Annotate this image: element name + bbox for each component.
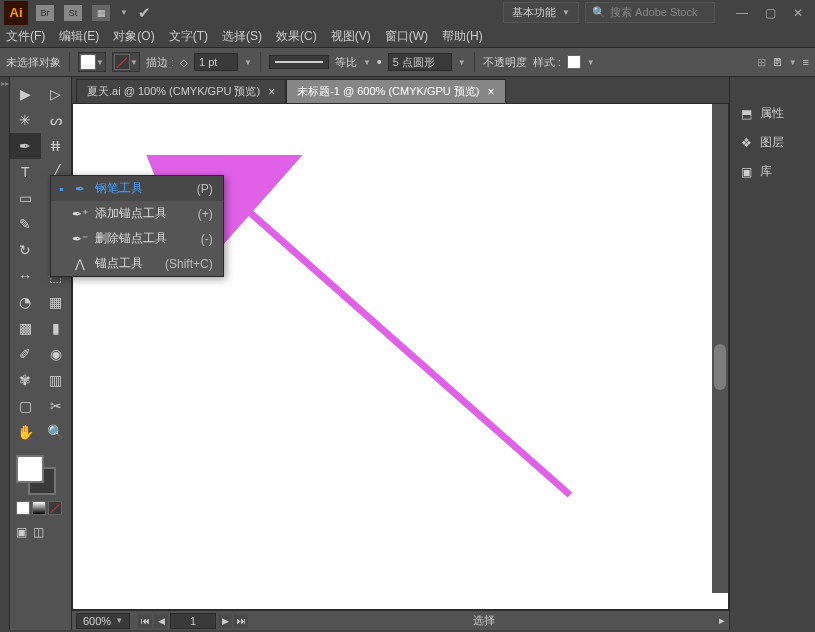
shaper-tool[interactable]: ✎ (10, 211, 41, 237)
status-mode: 选择 (256, 613, 711, 628)
stroke-profile[interactable] (269, 55, 329, 69)
flyout-pen[interactable]: ▪ ✒ 钢笔工具 (P) (51, 176, 223, 201)
workspace-switcher[interactable]: 基本功能 ▼ (503, 2, 579, 23)
chevron-down-icon[interactable]: ▼ (363, 58, 371, 67)
width-tool[interactable]: ↔ (10, 263, 41, 289)
document-tab-0[interactable]: 夏天.ai @ 100% (CMYK/GPU 预览) × (76, 79, 286, 103)
panel-menu-icon[interactable]: ≡ (803, 56, 809, 68)
chevron-down-icon[interactable]: ▼ (244, 58, 252, 67)
gradient-tool[interactable]: ▮ (41, 315, 72, 341)
panel-libraries[interactable]: ▣ 库 (730, 157, 815, 186)
menu-window[interactable]: 窗口(W) (385, 28, 428, 45)
chevron-down-icon: ▼ (562, 8, 570, 17)
symbol-sprayer-tool[interactable]: ✾ (10, 367, 41, 393)
opacity-label[interactable]: 不透明度 (483, 55, 527, 70)
right-panel: ⬒ 属性 ❖ 图层 ▣ 库 (729, 77, 815, 630)
stock-icon[interactable]: St (64, 5, 82, 21)
stroke-weight-input[interactable]: 1 pt (194, 53, 238, 71)
zoom-input[interactable]: 600%▼ (76, 613, 130, 629)
hand-tool[interactable]: ✋ (10, 419, 41, 445)
chevron-down-icon[interactable]: ▼ (458, 58, 466, 67)
close-icon[interactable]: × (268, 85, 275, 99)
minimize-button[interactable]: — (729, 4, 755, 22)
lasso-tool[interactable]: ᔕ (41, 107, 72, 133)
style-swatch[interactable] (567, 55, 581, 69)
libraries-icon: ▣ (738, 164, 754, 180)
stroke-stepper-icon[interactable]: ◇ (180, 57, 188, 68)
flyout-anchor[interactable]: ⋀ 锚点工具 (Shift+C) (51, 251, 223, 276)
mic-icon[interactable]: ✔ (138, 4, 151, 22)
menu-type[interactable]: 文字(T) (169, 28, 208, 45)
next-button[interactable]: ▶ (218, 614, 232, 628)
menu-effect[interactable]: 效果(C) (276, 28, 317, 45)
bridge-icon[interactable]: Br (36, 5, 54, 21)
fill-swatch[interactable]: ▼ (78, 52, 106, 72)
layers-icon: ❖ (738, 135, 754, 151)
mode-color[interactable] (16, 501, 30, 515)
pen-tool[interactable]: ✒ (10, 133, 41, 159)
blend-tool[interactable]: ◉ (41, 341, 72, 367)
flyout-delete-anchor[interactable]: ✒⁻ 删除锚点工具 (-) (51, 226, 223, 251)
search-placeholder: 搜索 Adobe Stock (610, 5, 697, 20)
delete-anchor-icon: ✒⁻ (73, 232, 87, 246)
chevron-down-icon[interactable]: ▼ (587, 58, 595, 67)
pen-icon: ✒ (73, 182, 87, 196)
stroke-swatch[interactable]: ▼ (112, 52, 140, 72)
panel-layers[interactable]: ❖ 图层 (730, 128, 815, 157)
zoom-tool[interactable]: 🔍 (41, 419, 72, 445)
artboard-tool[interactable]: ▢ (10, 393, 41, 419)
doc-tab-label: 夏天.ai @ 100% (CMYK/GPU 预览) (87, 84, 260, 99)
pen-tool-flyout: ▪ ✒ 钢笔工具 (P) ✒⁺ 添加锚点工具 (+) ✒⁻ 删除锚点工具 (-)… (50, 175, 224, 277)
menu-edit[interactable]: 编辑(E) (59, 28, 99, 45)
status-menu-icon[interactable]: ▸ (719, 614, 725, 627)
close-button[interactable]: ✕ (785, 4, 811, 22)
mesh-tool[interactable]: ▩ (10, 315, 41, 341)
type-tool[interactable]: T (10, 159, 41, 185)
menu-file[interactable]: 文件(F) (6, 28, 45, 45)
last-button[interactable]: ⏭ (234, 614, 248, 628)
anchor-icon: ⋀ (73, 257, 87, 271)
mode-gradient[interactable] (32, 501, 46, 515)
toolbox: ▶▷ ✳ᔕ ✒ⵌ T╱ ▭🖌 ✎◧ ↻⤢ ↔⬚ ◔▦ ▩▮ ✐◉ ✾▥ ▢✂ ✋… (10, 77, 72, 630)
shape-builder-tool[interactable]: ◔ (10, 289, 41, 315)
menu-object[interactable]: 对象(O) (113, 28, 154, 45)
vertical-scrollbar[interactable] (712, 104, 728, 593)
stroke-label: 描边 : (146, 55, 174, 70)
menu-view[interactable]: 视图(V) (331, 28, 371, 45)
screen-mode-icon[interactable]: ▣ (16, 525, 27, 539)
prev-button[interactable]: ◀ (154, 614, 168, 628)
slice-tool[interactable]: ✂ (41, 393, 72, 419)
curvature-tool[interactable]: ⵌ (41, 133, 72, 159)
panel-properties[interactable]: ⬒ 属性 (730, 99, 815, 128)
maximize-button[interactable]: ▢ (757, 4, 783, 22)
first-button[interactable]: ⏮ (138, 614, 152, 628)
arrange-icon[interactable]: ▦ (92, 5, 110, 21)
chevron-down-icon[interactable]: ▼ (789, 58, 797, 67)
mode-none[interactable] (48, 501, 62, 515)
align-icon[interactable]: ⊞ (757, 56, 766, 69)
bullet-icon: • (377, 54, 382, 70)
eyedropper-tool[interactable]: ✐ (10, 341, 41, 367)
fill-color[interactable] (16, 455, 44, 483)
options-bar: 未选择对象 ▼ ▼ 描边 : ◇ 1 pt ▼ 等比 ▼ • 5 点圆形 ▼ 不… (0, 47, 815, 77)
flyout-add-anchor[interactable]: ✒⁺ 添加锚点工具 (+) (51, 201, 223, 226)
rectangle-tool[interactable]: ▭ (10, 185, 41, 211)
menu-help[interactable]: 帮助(H) (442, 28, 483, 45)
transform-icon[interactable]: 🖹 (772, 56, 783, 68)
artboard-number[interactable]: 1 (170, 613, 216, 629)
search-input[interactable]: 🔍 搜索 Adobe Stock (585, 2, 715, 23)
change-screen-icon[interactable]: ◫ (33, 525, 44, 539)
menu-select[interactable]: 选择(S) (222, 28, 262, 45)
rotate-tool[interactable]: ↻ (10, 237, 41, 263)
document-tab-1[interactable]: 未标题-1 @ 600% (CMYK/GPU 预览) × (286, 79, 505, 103)
perspective-tool[interactable]: ▦ (41, 289, 72, 315)
direct-selection-tool[interactable]: ▷ (41, 81, 72, 107)
title-bar: Ai Br St ▦ ▼ ✔ 基本功能 ▼ 🔍 搜索 Adobe Stock —… (0, 0, 815, 25)
fill-stroke-indicator[interactable] (16, 455, 56, 495)
brush-input[interactable]: 5 点圆形 (388, 53, 452, 71)
scroll-thumb[interactable] (714, 344, 726, 390)
selection-tool[interactable]: ▶ (10, 81, 41, 107)
close-icon[interactable]: × (487, 85, 494, 99)
magic-wand-tool[interactable]: ✳ (10, 107, 41, 133)
graph-tool[interactable]: ▥ (41, 367, 72, 393)
